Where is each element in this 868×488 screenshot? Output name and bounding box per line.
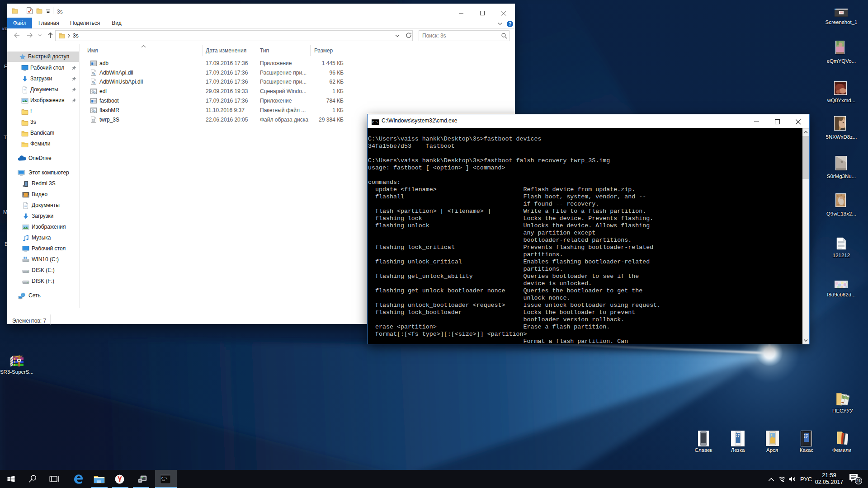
svg-text:21: 21 [856,479,861,483]
svg-text:C:\: C:\ [161,477,168,480]
svg-text:C:\: C:\ [373,121,378,124]
